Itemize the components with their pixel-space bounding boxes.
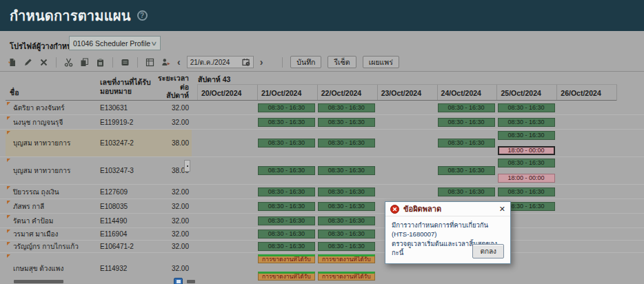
shift-cell[interactable]: 08:30 - 16:30	[498, 131, 555, 140]
hours-column-header: ระยะเวลา ต่อ สัปดาห์	[154, 74, 189, 100]
legend-icon	[174, 278, 183, 284]
shift-cell[interactable]: 08:30 - 16:30	[258, 216, 315, 225]
assignment-number: E119919-2	[100, 115, 159, 129]
absence-cell[interactable]: การขาดงานที่ได้รับ	[318, 254, 375, 263]
toolbar-separator	[56, 57, 57, 68]
schedule-row: วรมาศ มาเมืองE11690432.0008:30 - 16:3008…	[0, 228, 644, 241]
cut-icon[interactable]	[63, 57, 74, 68]
shift-cell[interactable]: 08:30 - 16:30	[318, 230, 375, 239]
shift-cell[interactable]: 08:30 - 16:30	[258, 242, 315, 251]
shift-cell[interactable]: 08:30 - 16:30	[498, 187, 555, 196]
shift-cell[interactable]: 08:30 - 16:30	[318, 187, 375, 196]
shift-cell[interactable]: 08:30 - 16:30	[318, 242, 375, 251]
schedule-row: วรัญญ์กร กาบไกรแก้วE106471-232.0008:30 -…	[0, 241, 644, 253]
shift-cell[interactable]: 08:30 - 16:30	[318, 139, 375, 148]
absence-cell[interactable]: การขาดงานที่ได้รับ	[258, 254, 315, 263]
date-column-header: 22/Oct/2024	[318, 85, 378, 101]
shift-cell[interactable]: 08:30 - 16:30	[258, 230, 315, 239]
insert-shift-icon[interactable]	[145, 57, 155, 68]
assignment-number: E103247-3	[100, 157, 159, 184]
scheduler-profile-select[interactable]: 01046 Scheduler Profile ∨	[69, 36, 161, 50]
assignment-number: E108035	[100, 199, 159, 213]
date-column-header: 26/Oct/2024	[557, 85, 617, 101]
overnight-cell[interactable]: 18:00 - 00:00	[498, 174, 555, 183]
assignment-number: E127609	[100, 185, 159, 199]
new-shift-icon[interactable]	[7, 57, 17, 68]
edit-icon[interactable]	[23, 57, 33, 68]
weekly-hours: 32.00	[156, 115, 189, 129]
shift-cell[interactable]: 08:30 - 16:30	[438, 187, 495, 196]
date-column-header: 20/Oct/2024	[198, 85, 258, 101]
scheduler-screen: กำหนดการตามแผน ? โปรไฟล์ผู้วางกำหนดการ 0…	[0, 0, 644, 284]
note-flag-icon	[7, 186, 10, 190]
weekly-hours: 32.00	[156, 253, 189, 284]
shift-cell[interactable]: 08:30 - 16:30	[318, 118, 375, 127]
toolbar-icons	[7, 57, 171, 68]
employee-name: วรมาศ มาเมือง	[13, 228, 97, 240]
shift-cell[interactable]: 08:30 - 16:30	[258, 187, 315, 196]
help-icon[interactable]: ?	[137, 10, 148, 21]
overnight-cell[interactable]: 18:00 - 00:00	[498, 146, 555, 155]
scheduler-profile-value: 01046 Scheduler Profile	[73, 39, 152, 48]
error-icon	[390, 205, 399, 214]
employee-name: ภัสพร กาลี	[13, 199, 97, 213]
date-header-row: 20/Oct/202421/Oct/202422/Oct/202423/Oct/…	[197, 84, 617, 101]
assign-icon[interactable]	[161, 57, 171, 68]
reset-button[interactable]: รีเซ็ต	[328, 56, 356, 68]
copy-icon[interactable]	[79, 57, 90, 68]
ok-button[interactable]: ตกลง	[472, 244, 504, 258]
shift-details-icon[interactable]	[120, 57, 130, 68]
shift-cell[interactable]: 08:30 - 16:30	[498, 103, 555, 112]
close-icon[interactable]: ✕	[499, 205, 505, 213]
paste-icon[interactable]	[95, 57, 105, 68]
assignment-number: E106471-2	[100, 241, 159, 252]
note-flag-icon	[7, 201, 10, 204]
shift-cell[interactable]: 08:30 - 16:30	[258, 103, 315, 112]
schedule-row: นงนุช กาญจนรุจีE119919-232.0008:30 - 16:…	[0, 115, 644, 130]
schedule-row: รัตนา คำป้อมE11449032.0008:30 - 16:3008:…	[0, 214, 644, 228]
publish-button[interactable]: เผยแพร่	[363, 56, 399, 68]
next-period-button[interactable]: ›	[259, 57, 265, 68]
shift-cell[interactable]: 08:30 - 16:30	[258, 139, 315, 148]
shift-cell[interactable]: 08:30 - 16:30	[318, 202, 375, 211]
weekly-hours: 38.00	[156, 130, 189, 156]
note-flag-icon	[7, 254, 10, 258]
schedule-row: ปิยวรรณ ถุงเงินE12760932.0008:30 - 16:30…	[0, 185, 644, 199]
shift-cell[interactable]: 08:30 - 16:30	[258, 202, 315, 211]
shift-cell[interactable]: 08:30 - 16:30	[318, 103, 375, 112]
shift-cell[interactable]: 08:30 - 16:30	[498, 159, 555, 168]
page-title: กำหนดการตามแผน	[10, 5, 131, 27]
prev-period-button[interactable]: ‹	[176, 57, 182, 68]
shift-cell[interactable]: 08:30 - 16:30	[438, 103, 495, 112]
date-input[interactable]: 21/ต.ค./2024	[187, 56, 254, 68]
shift-cell[interactable]: 08:30 - 16:30	[438, 118, 495, 127]
note-flag-icon	[7, 215, 10, 219]
shift-cell[interactable]: 08:30 - 16:30	[258, 166, 315, 175]
delete-icon[interactable]	[39, 57, 49, 68]
schedule-rows: ฉัตริยา ดวงจันทร์E13063132.0008:30 - 16:…	[0, 101, 644, 284]
employee-name: รัตนา คำป้อม	[13, 214, 97, 227]
schedule-row: ฉัตริยา ดวงจันทร์E13063132.0008:30 - 16:…	[0, 101, 644, 115]
date-value: 21/ต.ค./2024	[190, 57, 239, 68]
shift-cell[interactable]: 08:30 - 16:30	[438, 139, 495, 148]
employee-name: วรัญญ์กร กาบไกรแก้ว	[13, 241, 97, 252]
shift-cell[interactable]: 08:30 - 16:30	[438, 166, 495, 175]
assignment-number: E116904	[100, 228, 159, 240]
absence-cell[interactable]: การขาดงานที่ได้รับ	[318, 272, 375, 281]
shift-cell[interactable]: 08:30 - 16:30	[318, 216, 375, 225]
assignment-number: E130631	[100, 101, 159, 114]
date-column-header: 25/Oct/2024	[497, 85, 557, 101]
note-flag-icon	[7, 102, 10, 105]
toolbar-separator	[112, 57, 113, 68]
save-button[interactable]: บันทึก	[290, 56, 321, 68]
absence-cell[interactable]: การขาดงานที่ได้รับ	[258, 272, 315, 281]
shift-cell[interactable]: 08:30 - 16:30	[258, 118, 315, 127]
table-header: ชื่อ เลขที่งานที่ได้รับ มอบหมาย ระยะเวลา…	[0, 72, 644, 101]
toolbar-separator	[137, 57, 138, 68]
splitter-handle[interactable]	[184, 160, 190, 172]
shift-cell[interactable]: 08:30 - 16:30	[498, 118, 555, 127]
shift-cell[interactable]: 08:30 - 16:30	[318, 166, 375, 175]
error-dialog-title: ข้อผิดพลาด	[403, 203, 495, 215]
weekly-hours: 32.00	[156, 185, 189, 199]
weekly-hours: 32.00	[156, 214, 189, 227]
